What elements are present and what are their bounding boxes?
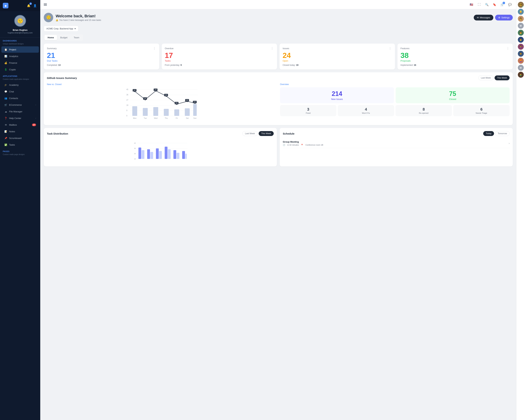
fixed-number: 3: [282, 107, 334, 112]
chevron-right-icon[interactable]: ›: [509, 142, 510, 145]
svg-text:18: 18: [126, 104, 129, 106]
overview-bottom: 3 Fixed 4 Won't Fix 8 Re-opened 6: [280, 105, 510, 116]
search-icon[interactable]: 🔍: [484, 2, 490, 7]
settings-button[interactable]: ⚙ Settings: [495, 15, 513, 20]
features-number: 38: [401, 52, 510, 59]
overview-title: Overview: [280, 83, 510, 85]
envelope-icon: ✉: [477, 16, 479, 19]
right-sidebar-avatar-4[interactable]: M: [518, 23, 524, 29]
sidebar-item-label: Finance: [9, 62, 17, 64]
task-distribution-card: Task Distribution Last Week This Week 40…: [44, 128, 277, 167]
chevron-down-icon: ▾: [75, 27, 76, 30]
card-menu-icon[interactable]: ⋮: [506, 47, 510, 50]
issues-footer: Closed today: 19: [283, 64, 392, 66]
card-title: Issues: [283, 47, 289, 50]
location-icon: 📍: [301, 144, 303, 146]
sidebar-item-tasks[interactable]: ✅ Tasks: [1, 141, 39, 148]
cart-icon[interactable]: 🛒 5: [499, 2, 505, 7]
tomorrow-button[interactable]: Tomorrow: [495, 131, 510, 136]
right-sidebar-avatar-10[interactable]: M: [518, 65, 524, 71]
sidebar-item-mailbox[interactable]: ✉ Mailbox 27: [1, 122, 39, 128]
svg-text:Thu: Thu: [165, 117, 168, 119]
sidebar-item-crypto[interactable]: 💲 Crypto: [1, 66, 39, 73]
sidebar-item-contacts[interactable]: 👥 Contacts: [1, 95, 39, 101]
fullscreen-icon[interactable]: ⛶: [476, 2, 482, 7]
schedule-time: in 32 minutes: [287, 144, 299, 146]
overdue-number: 17: [165, 52, 274, 59]
topbar-right: 🇺🇸 ⛶ 🔍 🔖 🛒 5 💬: [469, 2, 513, 7]
right-sidebar-avatar-9[interactable]: 👩‍🦰: [518, 58, 524, 64]
tab-team[interactable]: Team: [71, 35, 82, 40]
tab-budget[interactable]: Budget: [57, 35, 71, 40]
svg-text:Mon: Mon: [133, 117, 136, 119]
sidebar-item-analytics[interactable]: 📊 Analytics: [1, 53, 39, 59]
user-icon-top[interactable]: 👤: [33, 3, 38, 8]
reopened-number: 8: [398, 107, 450, 112]
welcome-subtitle: 🔔 You have 2 new messages and 15 new tas…: [56, 19, 101, 21]
reopened-label: Re-opened: [398, 112, 450, 114]
flag-icon[interactable]: 🇺🇸: [469, 2, 474, 7]
messages-icon[interactable]: 💬: [507, 2, 513, 7]
chevron-right-icon: ›: [36, 117, 36, 119]
svg-rect-57: [147, 149, 150, 159]
hamburger-menu[interactable]: [44, 3, 47, 6]
card-menu-icon[interactable]: ⋮: [271, 47, 274, 50]
sidebar-item-academy[interactable]: 🎓 Academy: [1, 82, 39, 88]
mini-card-reopened: 8 Re-opened: [395, 105, 452, 116]
sidebar-item-finance[interactable]: 💰 Finance: [1, 60, 39, 66]
right-sidebar-avatar-3[interactable]: 👩: [518, 16, 524, 22]
mini-card-fixed: 3 Fixed: [280, 105, 336, 116]
svg-point-27: [155, 90, 156, 92]
avatar: 🙂: [14, 15, 26, 27]
right-sidebar-avatar-8[interactable]: 🧔: [518, 51, 524, 57]
task-last-week-button[interactable]: Last Week: [242, 131, 257, 136]
svg-rect-63: [173, 150, 176, 159]
messages-button[interactable]: ✉ Messages: [474, 15, 493, 20]
task-dist-toggle: Last Week This Week: [242, 131, 274, 136]
tasks-icon: ✅: [4, 143, 7, 146]
right-sidebar: 😎 👱 👩 M 🧑 👨 👩‍🦱 🧔 👩‍🦰 M 👨‍🦱: [516, 0, 525, 420]
analytics-icon: 📊: [4, 55, 7, 58]
welcome-actions: ✉ Messages ⚙ Settings: [474, 15, 513, 20]
card-menu-icon[interactable]: ⋮: [153, 47, 156, 50]
mailbox-badge: 27: [32, 123, 36, 126]
sidebar-item-label: Chat: [9, 90, 14, 93]
right-sidebar-avatar-5[interactable]: 🧑: [518, 30, 524, 36]
notification-bell[interactable]: 🔔 3: [26, 3, 31, 8]
sidebar-item-ecommerce[interactable]: 🛒 ECommerce ›: [1, 102, 39, 108]
bottom-row: Task Distribution Last Week This Week 40…: [44, 128, 513, 167]
helpcenter-icon: ❓: [4, 117, 7, 120]
task-bar-chart: 40 30 20 10: [47, 139, 274, 163]
mini-card-wontfix: 4 Won't Fix: [338, 105, 394, 116]
today-button[interactable]: Today: [483, 131, 494, 136]
right-sidebar-avatar-2[interactable]: 👱: [518, 9, 524, 15]
right-sidebar-avatar-11[interactable]: 👨‍🦱: [518, 72, 524, 78]
right-sidebar-avatar-1[interactable]: 😎: [518, 2, 524, 8]
sidebar-item-scrumboard[interactable]: 📌 Scrumboard: [1, 135, 39, 141]
project-selector[interactable]: ACME Corp. Backend App ▾: [44, 26, 78, 31]
summary-cards: Summary ⋮ 21 Due Tasks Completed: 13 Ove…: [44, 44, 513, 69]
sidebar-item-helpcenter[interactable]: ❓ Help Center ›: [1, 115, 39, 121]
task-this-week-button[interactable]: This Week: [259, 131, 274, 136]
last-week-button[interactable]: Last Week: [478, 75, 493, 80]
bookmark-icon[interactable]: 🔖: [492, 2, 497, 7]
sidebar-item-chat[interactable]: 💬 Chat: [1, 88, 39, 95]
sidebar-item-filemanager[interactable]: ☁ File Manager: [1, 108, 39, 115]
mailbox-icon: ✉: [4, 123, 7, 126]
triage-number: 6: [455, 107, 507, 112]
wontfix-label: Won't Fix: [340, 112, 392, 114]
right-sidebar-avatar-7[interactable]: 👩‍🦱: [518, 44, 524, 50]
features-label: Proposals: [401, 59, 510, 62]
sidebar-item-project[interactable]: 📋 Project: [1, 46, 39, 53]
sidebar-item-notes[interactable]: 📝 Notes: [1, 128, 39, 135]
svg-rect-60: [159, 151, 162, 159]
svg-point-36: [187, 101, 188, 102]
card-menu-icon[interactable]: ⋮: [389, 47, 392, 50]
right-sidebar-avatar-6[interactable]: 👨: [518, 37, 524, 43]
this-week-button[interactable]: This Week: [495, 75, 510, 80]
tab-home[interactable]: Home: [45, 35, 57, 40]
notification-badge: 3: [29, 2, 32, 5]
dashboards-section-label: DASHBOARDS: [0, 37, 40, 43]
academy-icon: 🎓: [4, 83, 7, 86]
sidebar-item-label: Help Center: [9, 117, 21, 120]
